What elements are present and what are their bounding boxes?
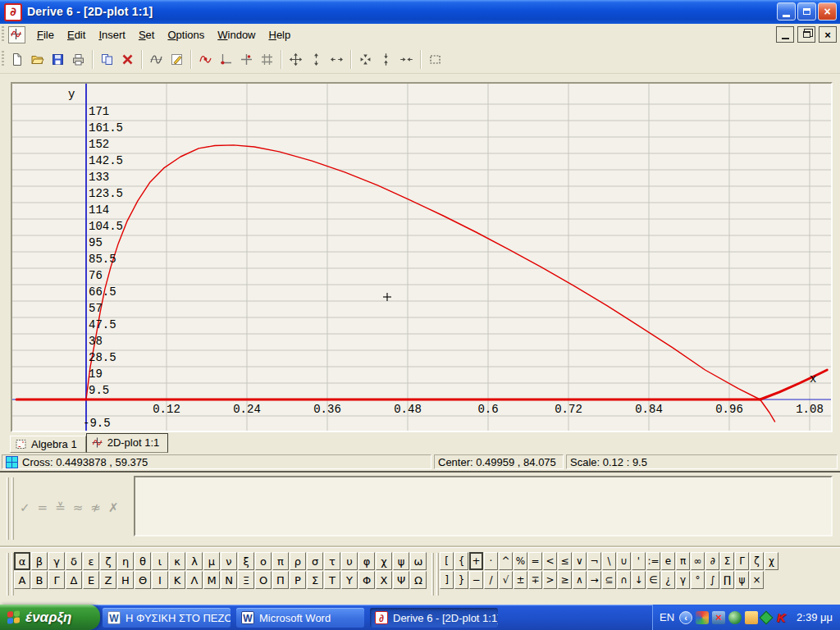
hide-icons-chevron[interactable]: ‹ xyxy=(679,611,692,624)
symbol-button[interactable]: Ι xyxy=(152,571,168,589)
toolbar-grip[interactable] xyxy=(2,51,4,67)
symbol-button[interactable]: ∪ xyxy=(617,552,631,570)
symbol-button[interactable]: ο xyxy=(255,552,272,570)
symbol-button[interactable]: η xyxy=(117,552,134,570)
child-close-button[interactable]: × xyxy=(819,26,837,43)
clock[interactable]: 2:39 μμ xyxy=(797,611,833,623)
symbol-button[interactable]: ≥ xyxy=(558,571,572,589)
symbol-button[interactable]: Μ xyxy=(203,571,220,589)
symbol-button[interactable]: Θ xyxy=(135,571,151,589)
symbol-button[interactable]: → xyxy=(587,571,601,589)
expression-input[interactable] xyxy=(134,476,833,536)
symbol-button[interactable]: ∩ xyxy=(617,571,631,589)
enter-icon[interactable]: ✓ xyxy=(20,500,30,515)
symbol-button[interactable]: Σ xyxy=(307,571,323,589)
child-restore-button[interactable] xyxy=(797,26,815,43)
close-button[interactable]: × xyxy=(818,2,837,21)
trace-cross-marker[interactable] xyxy=(383,293,391,301)
child-minimize-button[interactable] xyxy=(776,26,794,43)
math-toolbar-grip[interactable] xyxy=(431,553,439,596)
symbol-button[interactable]: Β xyxy=(31,571,48,589)
symbol-button[interactable]: ι xyxy=(152,552,168,570)
symbol-button[interactable]: √ xyxy=(499,571,513,589)
symbol-button[interactable]: θ xyxy=(135,552,151,570)
zoom-in-icon[interactable] xyxy=(355,49,376,70)
tray-icon-pinwheel[interactable] xyxy=(696,611,709,624)
symbol-button[interactable]: % xyxy=(514,552,527,570)
symbol-button[interactable]: Γ xyxy=(48,571,65,589)
symbol-button[interactable]: Α xyxy=(14,571,30,589)
symbol-button[interactable]: } xyxy=(454,571,468,589)
symbol-button[interactable]: Ν xyxy=(221,571,237,589)
symbol-button[interactable]: ψ xyxy=(735,571,749,589)
taskbar-button-1[interactable]: WΗ ΦΥΣΙΚΗ ΣΤΟ ΠΕΖΟ... xyxy=(103,608,231,628)
symbol-button[interactable]: ω xyxy=(410,552,427,570)
annotate-icon[interactable] xyxy=(167,49,187,70)
new-document-icon[interactable] xyxy=(7,49,27,70)
symbol-button[interactable]: ± xyxy=(514,571,527,589)
symbol-button[interactable]: κ xyxy=(169,552,185,570)
select-region-icon[interactable] xyxy=(425,49,445,70)
symbol-button[interactable]: ψ xyxy=(393,552,409,570)
symbol-button[interactable]: ∞ xyxy=(691,552,705,570)
toolbar-grip[interactable] xyxy=(2,26,4,43)
scale-vertical-icon[interactable] xyxy=(306,49,326,70)
symbol-button[interactable]: Η xyxy=(117,571,134,589)
symbol-button[interactable]: χ xyxy=(765,552,778,570)
symbol-button[interactable]: < xyxy=(543,552,557,570)
symbol-button[interactable]: π xyxy=(676,552,690,570)
restore-button[interactable] xyxy=(797,2,816,21)
symbol-button[interactable]: π xyxy=(272,552,289,570)
symbol-button[interactable]: σ xyxy=(307,552,323,570)
delete-icon[interactable] xyxy=(117,49,138,70)
symbol-button[interactable]: \ xyxy=(602,552,616,570)
menu-item-options[interactable]: Options xyxy=(161,25,211,44)
symbol-button[interactable]: β xyxy=(31,552,48,570)
symbol-button[interactable]: e xyxy=(661,552,675,570)
symbol-button[interactable]: ξ xyxy=(238,552,254,570)
symbol-button[interactable]: { xyxy=(454,552,468,570)
symbol-button[interactable]: ≤ xyxy=(558,552,572,570)
symbol-button[interactable]: ∈ xyxy=(646,571,660,589)
minimize-button[interactable] xyxy=(777,2,796,21)
symbol-button[interactable]: μ xyxy=(203,552,220,570)
tray-icon-updates[interactable] xyxy=(745,611,758,624)
symbol-button[interactable]: Ο xyxy=(255,571,272,589)
symbol-button[interactable]: ↓ xyxy=(632,571,646,589)
plot-area[interactable]: 171161.5152142.5133123.5114104.59585.576… xyxy=(11,82,833,432)
tray-icon-red-k[interactable]: K xyxy=(774,611,788,624)
print-icon[interactable] xyxy=(68,49,89,70)
symbol-button[interactable]: τ xyxy=(324,552,340,570)
enter-approx-icon[interactable]: ≉ xyxy=(90,500,101,515)
symbol-button[interactable]: ∏ xyxy=(720,571,734,589)
tray-icon-network-offline[interactable]: × xyxy=(712,611,725,624)
symbol-button[interactable]: := xyxy=(646,552,660,570)
symbol-button[interactable]: Σ xyxy=(720,552,734,570)
symbol-button[interactable]: γ xyxy=(48,552,65,570)
2d-plot-window-icon[interactable] xyxy=(8,26,25,43)
symbol-button[interactable]: ν xyxy=(221,552,237,570)
symbol-button[interactable]: ε xyxy=(83,552,99,570)
symbol-button[interactable]: ° xyxy=(691,571,705,589)
symbol-button[interactable]: ^ xyxy=(499,552,513,570)
symbol-button[interactable]: α xyxy=(14,552,30,570)
approx-icon[interactable]: ≈ xyxy=(73,500,84,515)
grid-options-icon[interactable] xyxy=(257,49,277,70)
symbol-button[interactable]: ζ xyxy=(750,552,764,570)
symbol-button[interactable]: λ xyxy=(186,552,203,570)
tray-icon-antivirus[interactable] xyxy=(760,610,774,624)
greek-toolbar-grip[interactable] xyxy=(7,553,14,596)
symbol-button[interactable]: × xyxy=(750,571,764,589)
menu-item-insert[interactable]: Insert xyxy=(92,25,132,44)
symbol-button[interactable]: Ζ xyxy=(100,571,116,589)
symbol-button[interactable]: υ xyxy=(341,552,358,570)
plot-canvas[interactable]: 171161.5152142.5133123.5114104.59585.576… xyxy=(12,84,831,431)
symbol-button[interactable]: Χ xyxy=(376,571,392,589)
tray-icon-globe[interactable] xyxy=(728,611,742,624)
symbol-button[interactable]: + xyxy=(469,552,483,570)
open-file-icon[interactable] xyxy=(27,49,48,70)
menu-item-file[interactable]: File xyxy=(30,25,61,44)
symbol-button[interactable]: Ρ xyxy=(290,571,306,589)
save-file-icon[interactable] xyxy=(48,49,68,70)
symbol-button[interactable]: γ xyxy=(676,571,690,589)
